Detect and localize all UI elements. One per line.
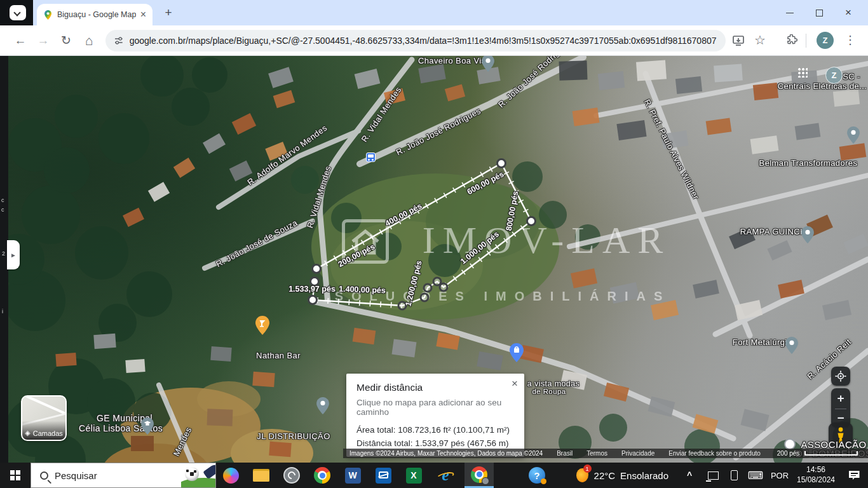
phone-icon — [731, 470, 738, 480]
browser-menu-kebab-icon[interactable]: ⋮ — [843, 32, 858, 48]
map-label-belman[interactable]: Belman Transformadores — [759, 158, 858, 168]
word-icon: W — [345, 468, 361, 484]
marker-rampa[interactable] — [801, 226, 814, 246]
measure-vertex[interactable] — [424, 284, 431, 292]
attribution-link-privacidade[interactable]: Privacidade — [621, 450, 654, 457]
taskbar-search[interactable] — [31, 463, 216, 488]
weather-badge: 1 — [583, 464, 592, 473]
map-account-avatar[interactable]: Z — [825, 67, 843, 84]
start-button[interactable] — [0, 463, 31, 488]
window-maximize-button[interactable] — [804, 0, 834, 25]
measure-vertex[interactable] — [527, 217, 536, 226]
side-panel-fragment: i — [2, 308, 3, 315]
map-label-jl[interactable]: JL DISTRIBUIÇÃO — [257, 431, 330, 441]
taskbar-copilot-icon[interactable] — [216, 463, 245, 488]
side-panel-expand-button[interactable]: ► — [7, 240, 20, 269]
marker-shop[interactable] — [510, 343, 524, 365]
map-label-modas[interactable]: a vista modas — [527, 379, 580, 388]
question-ball-icon: ? — [529, 467, 545, 484]
site-settings-icon[interactable] — [114, 36, 123, 45]
taskbar-word-icon[interactable]: W — [338, 463, 367, 488]
forward-button[interactable]: → — [36, 33, 51, 48]
search-input[interactable] — [55, 470, 181, 481]
measure-panel-close-icon[interactable]: × — [512, 377, 518, 390]
my-location-button[interactable] — [831, 367, 850, 386]
transit-bus-icon[interactable] — [366, 152, 376, 162]
home-button[interactable]: ⌂ — [81, 33, 97, 48]
toolbar-divider — [806, 34, 806, 48]
map-canvas[interactable]: IMOV-LAR SOLUÇÕES IMOBILIÁRIAS 200,00 — [0, 56, 868, 463]
excel-icon: X — [406, 468, 422, 484]
url-bar[interactable]: google.com.br/maps/place/Biguaçu,+SC/@-2… — [105, 30, 726, 51]
bus-light — [372, 159, 374, 161]
bus-light — [368, 159, 370, 161]
browser-profile-avatar[interactable]: Z — [817, 32, 834, 49]
bookmark-star-icon[interactable]: ☆ — [752, 32, 768, 48]
crosshair-icon — [835, 370, 846, 382]
taskbar-scanner-icon[interactable] — [369, 463, 398, 488]
tab-title: Biguaçu - Google Maps — [57, 10, 136, 19]
attribution-link-termos[interactable]: Termos — [587, 450, 607, 457]
back-button[interactable]: ← — [13, 33, 28, 48]
browser-tab-active[interactable]: Biguaçu - Google Maps × — [37, 4, 153, 25]
tray-keyboard-icon[interactable]: ⌨ — [745, 463, 766, 488]
google-apps-grid-icon[interactable] — [797, 67, 808, 78]
taskbar-chrome-icon[interactable] — [308, 463, 337, 488]
measure-panel: × Medir distância Clique no mapa para ad… — [346, 374, 524, 457]
reload-button[interactable]: ↻ — [58, 33, 74, 48]
tray-clock[interactable]: 14:56 15/08/2024 — [793, 463, 839, 488]
notification-icon — [849, 471, 860, 480]
taskbar-chrome-active[interactable] — [465, 463, 494, 488]
chrome-icon — [314, 467, 330, 484]
taskbar-excel-icon[interactable]: X — [399, 463, 428, 488]
tab-search-button[interactable] — [10, 5, 26, 20]
scale-label: 200 pés — [777, 450, 800, 457]
attribution-link-feedback[interactable]: Enviar feedback sobre o produto — [668, 450, 761, 457]
tray-phone-icon[interactable] — [724, 463, 743, 488]
marker-ge-school[interactable] — [141, 417, 154, 437]
measure-vertex[interactable] — [440, 283, 447, 291]
scale-bar — [804, 451, 858, 456]
side-panel-fragment: c — [1, 197, 4, 203]
internet-explorer-icon: e — [437, 467, 454, 484]
marker-nathan-bar[interactable] — [255, 316, 269, 337]
marker-chaveiro[interactable] — [482, 56, 494, 74]
attribution-link-brasil[interactable]: Brasil — [557, 450, 573, 457]
marker-fort[interactable] — [785, 337, 798, 356]
measure-vertex[interactable] — [421, 294, 428, 301]
desktop: Biguaçu - Google Maps × + × ← → ↻ ⌂ goog… — [0, 0, 868, 488]
windows-logo-icon — [10, 470, 20, 480]
taskbar-explorer-icon[interactable] — [247, 463, 276, 488]
marker-jl[interactable] — [316, 397, 329, 417]
tab-close-icon[interactable]: × — [140, 10, 146, 20]
action-center-button[interactable] — [840, 463, 868, 488]
tray-chevron-icon[interactable]: ^ — [680, 463, 699, 488]
map-label-modas-2: de Roupa — [532, 388, 566, 395]
search-doodle-soccer — [181, 463, 216, 488]
install-app-icon[interactable] — [732, 34, 745, 47]
copilot-icon — [223, 468, 239, 484]
new-tab-button[interactable]: + — [161, 5, 176, 20]
weather-widget[interactable]: 1 22°C Ensolarado — [572, 463, 668, 488]
extensions-puzzle-icon[interactable] — [786, 34, 797, 46]
maximize-icon — [816, 10, 823, 17]
clock-time: 14:56 — [806, 465, 825, 475]
zoom-in-button[interactable]: + — [837, 389, 844, 409]
marker-belman[interactable] — [847, 126, 860, 146]
window-close-button[interactable]: × — [834, 0, 863, 25]
taskbar-whatsapp-icon[interactable] — [277, 463, 306, 488]
close-icon: × — [845, 6, 851, 19]
taskbar-ie-icon[interactable]: e — [431, 463, 460, 488]
taskbar-help-icon[interactable]: ? — [522, 463, 552, 488]
measure-segment-label: 1.400,00 pés — [339, 285, 386, 295]
layers-button[interactable]: ◈ Camadas — [21, 395, 67, 441]
measure-vertex[interactable] — [498, 159, 506, 168]
measure-vertex[interactable] — [313, 265, 321, 273]
imagery-credit: Imagens ©2024 Airbus, Maxar Technologies… — [349, 450, 543, 457]
map-label-nathan[interactable]: Nathan Bar — [256, 351, 301, 360]
measure-vertex[interactable] — [433, 278, 441, 285]
tray-language[interactable]: POR — [768, 463, 792, 488]
measure-vertex[interactable] — [309, 296, 317, 304]
tray-network-icon[interactable] — [703, 463, 723, 488]
window-minimize-button[interactable] — [775, 0, 804, 25]
